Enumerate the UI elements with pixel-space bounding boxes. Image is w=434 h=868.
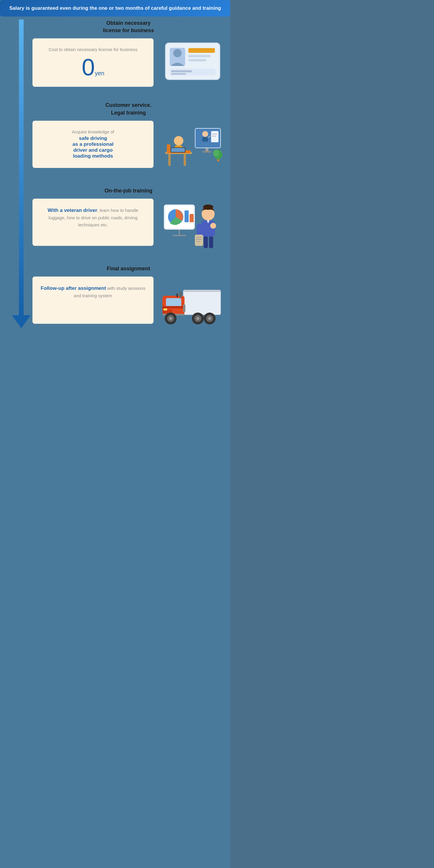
final-card-center: Follow-up after assignment with study se… [39, 284, 147, 299]
legal-highlight4: loading methods [73, 153, 113, 159]
svg-rect-7 [171, 70, 192, 72]
svg-rect-60 [163, 308, 167, 310]
svg-rect-51 [184, 290, 220, 292]
license-price: 0 yen [82, 56, 104, 79]
legal-card-center: Acquire knowledge of safe driving as a p… [39, 128, 147, 159]
inner-wrapper: Salary is guaranteed even during the one… [0, 0, 230, 346]
section-license-title: Obtain necessary license for business [32, 20, 224, 34]
svg-rect-11 [184, 154, 186, 166]
svg-rect-42 [195, 235, 203, 246]
svg-rect-4 [188, 55, 211, 57]
license-card-center: Cost to obtain necessary license for bus… [39, 46, 147, 79]
svg-point-20 [202, 131, 208, 137]
svg-rect-35 [190, 214, 194, 222]
svg-rect-72 [180, 292, 182, 298]
legal-highlight1: safe driving [79, 135, 107, 142]
section-ojt-row: With a veteran driver, learn how to hand… [32, 198, 224, 250]
page-wrapper: Salary is guaranteed even during the one… [0, 0, 230, 868]
svg-point-67 [196, 317, 199, 320]
legal-card: Acquire knowledge of safe driving as a p… [32, 121, 154, 168]
section-final: Final assignment Follow-up after assignm… [32, 265, 224, 328]
ojt-card-center: With a veteran driver, learn how to hand… [39, 206, 147, 228]
top-banner: Salary is guaranteed even during the one… [0, 0, 230, 17]
svg-rect-3 [188, 48, 215, 53]
svg-point-39 [203, 205, 213, 209]
svg-rect-73 [177, 294, 178, 297]
ojt-text: With a veteran driver, learn how to hand… [39, 206, 147, 228]
license-subtitle: Cost to obtain necessary license for bus… [49, 46, 137, 53]
svg-rect-10 [168, 154, 170, 166]
svg-point-14 [174, 136, 183, 146]
legal-highlight3: driver and cargo [73, 147, 113, 153]
ojt-veteran: With a veteran driver [48, 208, 97, 213]
svg-rect-48 [209, 237, 213, 248]
section-final-row: Follow-up after assignment with study se… [32, 277, 224, 328]
sections-inner: Obtain necessary license for business Co… [6, 20, 224, 328]
svg-point-46 [210, 223, 216, 229]
svg-rect-27 [203, 151, 211, 153]
svg-point-2 [173, 49, 182, 57]
ojt-illustration [159, 198, 224, 250]
svg-rect-21 [202, 137, 208, 142]
svg-rect-41 [197, 224, 202, 236]
license-illustration [159, 38, 224, 84]
license-card: Cost to obtain necessary license for bus… [32, 38, 154, 87]
section-final-title: Final assignment [32, 265, 224, 272]
license-unit: yen [95, 70, 104, 77]
final-card: Follow-up after assignment with study se… [32, 277, 154, 324]
svg-rect-54 [162, 306, 185, 308]
banner-text: Salary is guaranteed even during the one… [9, 5, 221, 11]
svg-rect-17 [171, 148, 185, 152]
final-illustration [159, 277, 224, 328]
ojt-svg [159, 198, 224, 250]
svg-point-70 [208, 317, 211, 320]
license-zero: 0 [82, 56, 95, 79]
svg-rect-50 [184, 290, 220, 314]
section-license: Obtain necessary license for business Co… [32, 20, 224, 87]
section-license-row: Cost to obtain necessary license for bus… [32, 38, 224, 87]
svg-rect-5 [188, 59, 206, 61]
svg-rect-8 [171, 73, 186, 75]
section-legal-row: Acquire knowledge of safe driving as a p… [32, 121, 224, 173]
final-text: Follow-up after assignment with study se… [39, 284, 147, 299]
svg-point-30 [213, 150, 219, 157]
legal-svg [159, 121, 224, 173]
section-ojt: On-the-job training With a veteran drive… [32, 187, 224, 250]
legal-intro: Acquire knowledge of [72, 128, 114, 135]
section-ojt-title: On-the-job training [32, 187, 224, 194]
svg-point-64 [169, 317, 172, 320]
sections-wrapper: Obtain necessary license for business Co… [0, 20, 230, 328]
final-highlight: Follow-up after assignment [41, 285, 106, 291]
ojt-card: With a veteran driver, learn how to hand… [32, 198, 154, 246]
legal-illustration [159, 121, 224, 173]
license-card-svg [159, 38, 224, 84]
truck-svg [159, 277, 224, 328]
svg-rect-47 [204, 237, 208, 248]
svg-rect-13 [167, 144, 170, 152]
svg-rect-22 [211, 131, 218, 142]
svg-rect-34 [185, 211, 189, 222]
legal-highlight2: as a professional [73, 142, 114, 147]
svg-rect-71 [183, 305, 185, 312]
section-legal-title: Customer service. Legal training [32, 101, 224, 116]
section-legal: Customer service. Legal training Acquire… [32, 101, 224, 172]
